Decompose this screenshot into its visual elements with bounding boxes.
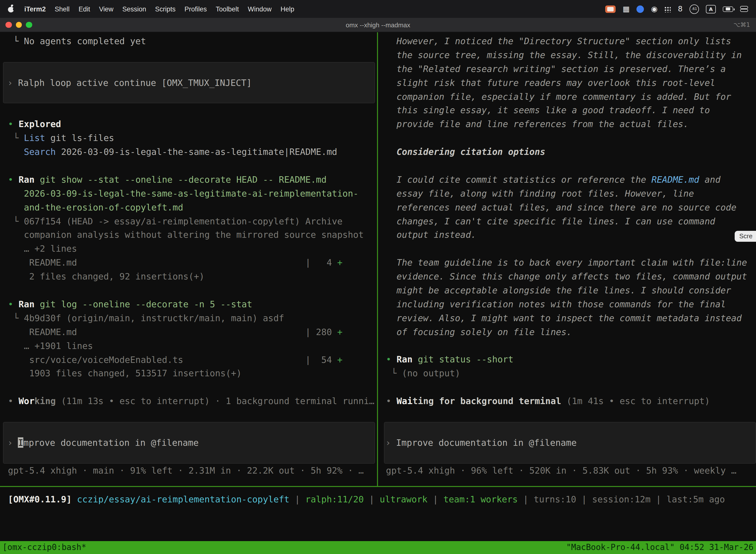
working-spinner-line: • Working (11m 13s • esc to interrupt) ·… <box>8 394 377 408</box>
terminal-line: might be acceptable alongside the file l… <box>386 283 756 297</box>
terminal-line: review. Also, I might want to inspect th… <box>386 311 756 325</box>
menu-items: iTerm2ShellEditViewSessionScriptsProfile… <box>20 5 299 13</box>
menu-view[interactable]: View <box>94 5 118 13</box>
terminal-line: essay file, along with finding root file… <box>386 187 756 201</box>
terminal-line: src/voice/voiceModeEnabled.ts | 54 + <box>8 353 377 367</box>
terminal-line: references need actual files, and since … <box>386 200 756 214</box>
thinking-heading: Considering citation options <box>386 145 756 159</box>
terminal-line: changes, I can't cite specific file line… <box>386 214 756 228</box>
battery-icon[interactable] <box>723 6 733 12</box>
window-title: omx --xhigh --madmax <box>0 21 756 29</box>
control-center-icon[interactable] <box>740 5 748 12</box>
blank-line <box>386 131 756 145</box>
terminal-line: • Explored <box>8 117 377 131</box>
terminal-line: The team guideline is to back every impo… <box>386 256 756 270</box>
menu-help[interactable]: Help <box>276 5 299 13</box>
blank-line <box>8 48 377 62</box>
terminal-line: Search 2026-03-09-is-legal-the-same-as-l… <box>8 145 377 159</box>
terminal-line: 2 files changed, 92 insertions(+) <box>8 270 377 283</box>
keyboard-input-icon[interactable]: A <box>706 5 716 13</box>
blank-line <box>8 408 377 422</box>
screen: iTerm2ShellEditViewSessionScriptsProfile… <box>0 0 756 554</box>
menu-bar: iTerm2ShellEditViewSessionScriptsProfile… <box>0 0 756 18</box>
terminal-line: output instead. <box>386 228 756 242</box>
pane-bottom-border <box>0 486 756 487</box>
terminal-line: • Ran git log --oneline --decorate -n 5 … <box>8 297 377 311</box>
window-shortcut-badge: ⌥⌘1 <box>734 21 750 28</box>
terminal-line: slight risk that future readers may over… <box>386 76 756 90</box>
waiting-spinner-line: • Waiting for background terminal (1m 41… <box>386 394 756 408</box>
minimize-button[interactable] <box>16 22 22 28</box>
blank-line <box>386 381 756 394</box>
inject-banner: › Ralph loop active continue [OMX_TMUX_I… <box>3 62 375 104</box>
terminal-line: evidence. Since this change only affects… <box>386 270 756 283</box>
menu-bar-left: iTerm2ShellEditViewSessionScriptsProfile… <box>0 5 299 13</box>
terminal-line: • Ran git show --stat --oneline --decora… <box>8 173 377 187</box>
pane-status-right: gpt-5.4 xhigh · 96% left · 520K in · 5.8… <box>386 463 756 477</box>
target-icon[interactable]: ◉ <box>651 3 657 14</box>
prompt-input-right[interactable]: › Improve documentation in @filename <box>384 422 756 463</box>
menu-shell[interactable]: Shell <box>50 5 74 13</box>
menu-status-icons: ▦◉8.61A <box>605 3 756 14</box>
terminal-line: └ 4b9d30f (origin/main, instructkr/main,… <box>8 311 377 325</box>
menu-scripts[interactable]: Scripts <box>150 5 180 13</box>
tmux-status-bar: [omx-cczip0:bash* "MacBook-Pro-44.local"… <box>0 541 756 554</box>
blank-line <box>8 159 377 173</box>
pane-status-left: gpt-5.4 xhigh · main · 91% left · 2.31M … <box>8 463 377 477</box>
blank-line <box>386 242 756 256</box>
terminal-line: However, I noticed the "Directory Struct… <box>386 34 756 48</box>
pane-separator[interactable] <box>377 32 378 487</box>
blue-app-icon[interactable] <box>637 5 644 13</box>
blank-line <box>8 104 377 117</box>
blank-line <box>8 283 377 297</box>
pane-left[interactable]: └ No agents completed yet› Ralph loop ac… <box>0 32 377 486</box>
apps-grid-icon[interactable] <box>665 6 671 12</box>
terminal-line: this single essay, it seems like a good … <box>386 104 756 117</box>
menu-toolbelt[interactable]: Toolbelt <box>211 5 243 13</box>
apple-menu-icon[interactable] <box>8 5 15 13</box>
window-grid-icon[interactable]: ▦ <box>623 3 630 14</box>
terminal-line: └ (no output) <box>386 367 756 381</box>
blank-line <box>386 339 756 353</box>
terminal-line: including verification notes with those … <box>386 297 756 311</box>
screen-share-overlay-button[interactable]: Scre <box>735 231 756 242</box>
prompt-input-left[interactable]: › Improve documentation in @filename <box>3 422 375 463</box>
menu-window[interactable]: Window <box>243 5 276 13</box>
omx-status-line: [OMX#0.11.9] cczip/essay/ai-reimplementa… <box>0 492 756 506</box>
menu-profiles[interactable]: Profiles <box>180 5 211 13</box>
terminal-line: companion file, especially if more comme… <box>386 90 756 104</box>
terminal-line: └ List git ls-files <box>8 131 377 145</box>
terminal-line: and-the-erosion-of-copyleft.md <box>8 200 377 214</box>
gauge-icon[interactable]: .61 <box>690 4 699 14</box>
terminal-content[interactable]: └ No agents completed yet› Ralph loop ac… <box>0 32 756 541</box>
menu-session[interactable]: Session <box>118 5 150 13</box>
terminal-line: the "Related research writing" section i… <box>386 62 756 76</box>
terminal-line: └ No agents completed yet <box>8 34 377 48</box>
terminal-line: … +1901 lines <box>8 339 377 353</box>
terminal-line: 2026-03-09-is-legal-the-same-as-legitima… <box>8 187 377 201</box>
tmux-host-time: "MacBook-Pro-44.local" 04:52 31-Mar-26 <box>566 541 754 554</box>
terminal-line: of focusing solely on file lines. <box>386 325 756 339</box>
zoom-button[interactable] <box>26 22 32 28</box>
terminal-line: └ 067f154 (HEAD -> essay/ai-reimplementa… <box>8 214 377 228</box>
tmux-session-label: [omx-cczip0:bash* <box>2 541 86 554</box>
terminal-line: README.md | 280 + <box>8 325 377 339</box>
window-title-bar[interactable]: omx --xhigh --madmax ⌥⌘1 <box>0 18 756 32</box>
terminal-line: I could cite commit statistics or refere… <box>386 173 756 187</box>
pane-right[interactable]: However, I noticed the "Directory Struct… <box>378 32 756 486</box>
terminal-line: companion analysis without altering the … <box>8 228 377 242</box>
blank-line <box>386 408 756 422</box>
terminal-line: the source tree, missing the essay. Stil… <box>386 48 756 62</box>
terminal-line: README.md | 4 + <box>8 256 377 270</box>
figure-eight-icon[interactable]: 8 <box>678 3 683 14</box>
blank-line <box>386 159 756 173</box>
terminal-line: … +2 lines <box>8 242 377 256</box>
close-button[interactable] <box>5 22 12 28</box>
menu-edit[interactable]: Edit <box>74 5 95 13</box>
terminal-line: • Ran git status --short <box>386 353 756 367</box>
menu-iterm2[interactable]: iTerm2 <box>20 5 50 13</box>
screen-recording-indicator[interactable] <box>605 5 616 13</box>
terminal-line: provide file and line references from th… <box>386 117 756 131</box>
traffic-lights <box>0 22 32 28</box>
terminal-line: 1903 files changed, 513517 insertions(+) <box>8 367 377 381</box>
